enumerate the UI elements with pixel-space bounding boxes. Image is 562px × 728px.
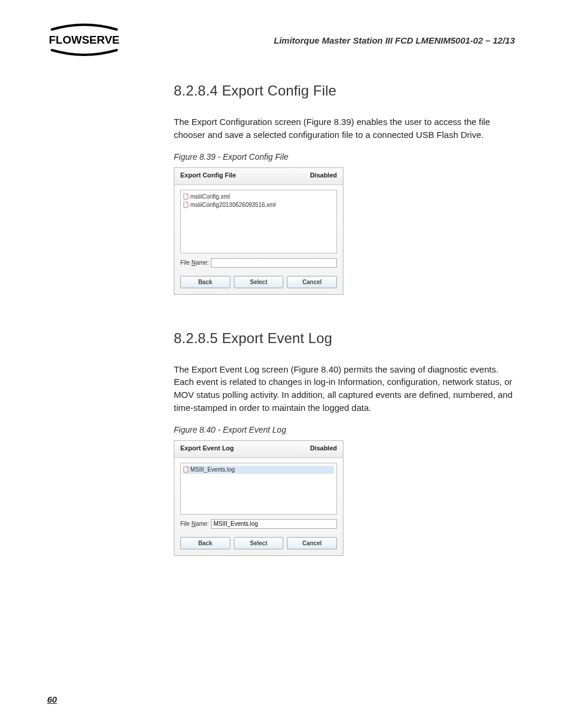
document-icon (183, 193, 189, 200)
file-name-input[interactable] (211, 258, 337, 268)
figure-caption-840: Figure 8.40 - Export Event Log (174, 425, 515, 434)
section-heading-export-event-log: 8.2.8.5 Export Event Log (174, 330, 515, 347)
page-number: 60 (47, 694, 57, 704)
file-name: msiiiConfig20130626093516.xml (190, 202, 276, 208)
file-list-item[interactable]: msiiiConfig20130626093516.xml (183, 201, 334, 209)
dialog-status: Disabled (310, 172, 337, 179)
file-list-item[interactable]: msiiiConfig.xml (183, 193, 334, 201)
select-button[interactable]: Select (234, 537, 284, 549)
dialog-title: Export Event Log (180, 444, 234, 452)
section-body-export-config: The Export Configuration screen (Figure … (174, 116, 515, 141)
file-list[interactable]: MSIII_Events.log (180, 463, 337, 515)
section-body-export-event-log: The Export Event Log screen (Figure 8.40… (174, 363, 515, 414)
figure-caption-839: Figure 8.39 - Export Config File (174, 152, 515, 162)
section-heading-export-config: 8.2.8.4 Export Config File (174, 83, 515, 99)
logo-text: FLOWSERVE (49, 34, 120, 46)
document-icon (183, 202, 189, 208)
file-list[interactable]: msiiiConfig.xml msiiiConfig2013062609351… (180, 190, 337, 253)
export-config-dialog: Export Config File Disabled msiiiConfig.… (174, 167, 343, 295)
file-name-label: File Name: (180, 521, 209, 527)
back-button[interactable]: Back (180, 537, 230, 549)
file-list-item[interactable]: MSIII_Events.log (183, 466, 334, 474)
file-name-label: File Name: (180, 259, 209, 266)
file-name: msiiiConfig.xml (190, 193, 230, 200)
file-name: MSIII_Events.log (190, 466, 235, 473)
document-header: Limitorque Master Station III FCD LMENIM… (274, 35, 515, 45)
cancel-button[interactable]: Cancel (287, 537, 337, 549)
flowserve-logo: FLOWSERVE (46, 24, 123, 58)
back-button[interactable]: Back (180, 276, 230, 288)
dialog-status: Disabled (310, 444, 337, 452)
dialog-title: Export Config File (180, 172, 236, 179)
cancel-button[interactable]: Cancel (287, 276, 337, 288)
select-button[interactable]: Select (234, 276, 284, 288)
document-icon (183, 466, 189, 473)
file-name-input[interactable] (211, 519, 337, 529)
export-event-log-dialog: Export Event Log Disabled MSIII_Events.l… (174, 440, 343, 556)
